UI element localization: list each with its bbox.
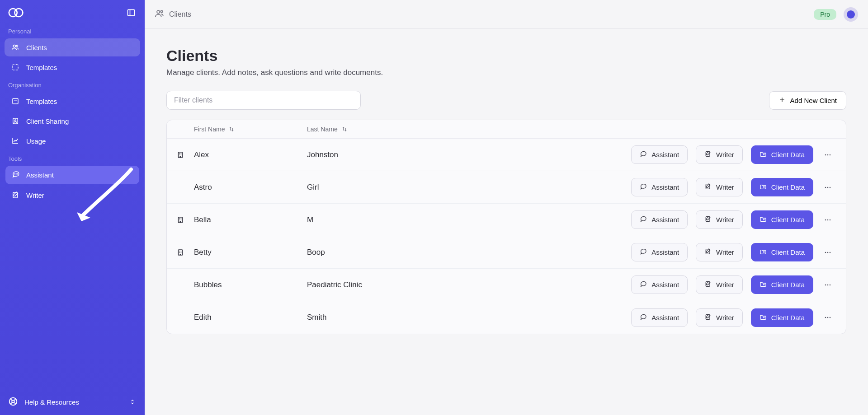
folder-icon [760, 215, 767, 224]
assistant-icon [640, 280, 647, 289]
writer-button[interactable]: Writer [696, 145, 743, 164]
client-data-button-label: Client Data [771, 248, 805, 256]
client-data-button-label: Client Data [771, 314, 805, 322]
svg-point-11 [14, 174, 15, 174]
svg-rect-7 [13, 98, 18, 104]
svg-point-4 [13, 45, 15, 47]
assistant-icon [640, 150, 647, 159]
client-data-button-label: Client Data [771, 183, 805, 191]
svg-point-59 [825, 252, 826, 253]
svg-point-5 [16, 45, 18, 47]
table-header: First Name Last Name [167, 120, 846, 139]
assistant-button-label: Assistant [651, 216, 679, 224]
svg-point-49 [827, 219, 829, 220]
folder-icon [760, 313, 767, 322]
assistant-button[interactable]: Assistant [631, 178, 688, 196]
row-actions: AssistantWriterClient Data [492, 308, 839, 327]
writer-button[interactable]: Writer [696, 210, 743, 229]
add-new-client-button[interactable]: Add New Client [769, 91, 846, 110]
svg-rect-6 [13, 65, 18, 70]
assistant-button[interactable]: Assistant [631, 308, 688, 327]
writer-button-label: Writer [716, 248, 734, 256]
client-data-button[interactable]: Client Data [751, 243, 813, 261]
breadcrumb: Clients [155, 9, 191, 20]
help-icon [8, 396, 18, 408]
sidebar-item-label: Templates [26, 64, 57, 71]
svg-point-69 [830, 317, 831, 318]
writer-icon [704, 215, 712, 224]
sidebar-item-client-sharing[interactable]: Client Sharing [5, 112, 140, 130]
client-data-button[interactable]: Client Data [751, 210, 813, 229]
row-actions: AssistantWriterClient Data [492, 145, 839, 164]
sidebar-item-templates-personal[interactable]: Templates [5, 58, 140, 76]
assistant-button[interactable]: Assistant [631, 145, 688, 164]
assistant-icon [12, 170, 20, 180]
svg-point-63 [825, 284, 826, 285]
folder-icon [760, 280, 767, 289]
writer-icon [11, 191, 20, 200]
assistant-button[interactable]: Assistant [631, 210, 688, 229]
svg-point-50 [830, 219, 831, 220]
writer-button[interactable]: Writer [696, 308, 743, 327]
more-actions-button[interactable] [821, 214, 834, 226]
assistant-icon [640, 183, 647, 191]
assistant-button-label: Assistant [651, 281, 679, 289]
writer-button[interactable]: Writer [696, 178, 743, 196]
section-label-personal: Personal [0, 23, 145, 37]
app-logo[interactable] [8, 7, 24, 18]
row-actions: AssistantWriterClient Data [492, 178, 839, 196]
writer-button[interactable]: Writer [696, 243, 743, 261]
users-icon [155, 9, 165, 20]
client-data-button[interactable]: Client Data [751, 145, 813, 164]
writer-icon [704, 183, 712, 191]
assistant-button[interactable]: Assistant [631, 275, 688, 294]
svg-point-10 [15, 120, 16, 121]
sidebar-item-clients[interactable]: Clients [5, 38, 140, 56]
client-data-button[interactable]: Client Data [751, 275, 813, 294]
svg-point-22 [160, 10, 162, 12]
more-actions-button[interactable] [821, 149, 834, 161]
sidebar-item-assistant[interactable]: Assistant [5, 166, 139, 184]
collapse-sidebar-button[interactable] [126, 7, 137, 18]
more-actions-button[interactable] [821, 246, 834, 259]
sidebar-item-usage[interactable]: Usage [5, 132, 140, 150]
sidebar-item-label: Client Sharing [26, 117, 69, 125]
sidebar-item-writer[interactable]: Writer [5, 186, 140, 204]
add-button-label: Add New Client [790, 97, 837, 104]
assistant-button[interactable]: Assistant [631, 243, 688, 261]
column-header-last-name[interactable]: Last Name [307, 126, 492, 133]
svg-point-1 [14, 9, 23, 17]
table-row: BubblesPaediatric ClinicAssistantWriterC… [167, 269, 846, 301]
column-header-first-name[interactable]: First Name [194, 126, 307, 133]
svg-point-64 [827, 284, 829, 285]
more-actions-button[interactable] [821, 279, 834, 291]
sidebar-item-label: Assistant [26, 171, 54, 179]
svg-point-12 [16, 174, 16, 174]
help-resources-button[interactable]: Help & Resources [0, 389, 145, 415]
svg-point-38 [827, 187, 829, 188]
building-icon [167, 216, 194, 224]
more-actions-button[interactable] [821, 311, 834, 324]
more-actions-button[interactable] [821, 181, 834, 194]
svg-rect-2 [128, 9, 135, 15]
folder-icon [760, 183, 767, 191]
cell-last-name: Girl [307, 183, 492, 192]
cell-first-name: Betty [194, 248, 307, 257]
pro-badge: Pro [814, 9, 836, 20]
client-data-button[interactable]: Client Data [751, 178, 813, 196]
sidebar-item-label: Clients [26, 44, 47, 51]
content: Clients Manage clients. Add notes, ask q… [145, 29, 868, 352]
user-avatar[interactable] [844, 7, 858, 22]
sidebar-item-templates-org[interactable]: Templates [5, 92, 140, 110]
writer-icon [704, 280, 712, 289]
templates-icon [11, 97, 20, 106]
chevron-up-down-icon [129, 399, 137, 406]
svg-point-13 [17, 174, 18, 174]
cell-last-name: Paediatric Clinic [307, 280, 492, 289]
table-row: AstroGirlAssistantWriterClient Data [167, 171, 846, 204]
page-subtitle: Manage clients. Add notes, ask questions… [166, 68, 846, 77]
writer-button[interactable]: Writer [696, 275, 743, 294]
filter-clients-input[interactable] [166, 91, 361, 110]
client-data-button[interactable]: Client Data [751, 308, 813, 327]
cell-first-name: Edith [194, 313, 307, 322]
